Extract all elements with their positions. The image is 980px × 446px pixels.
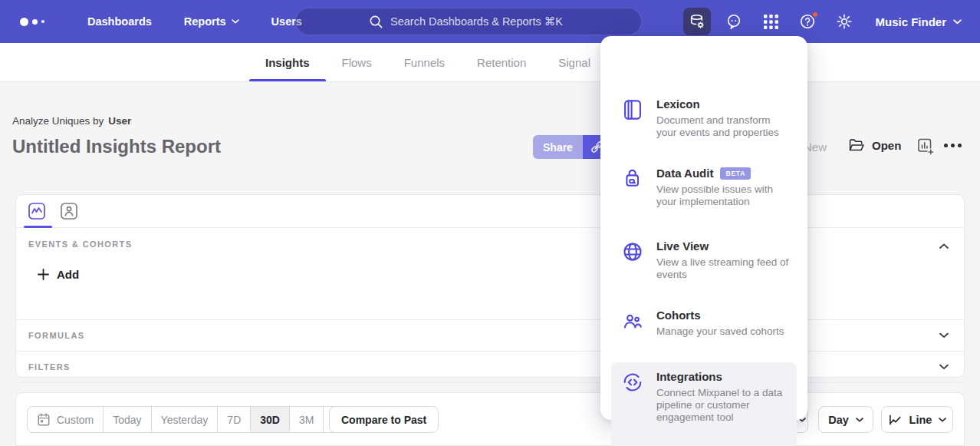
apps-grid-button[interactable] [757, 8, 784, 35]
menu-item-desc: Document and transform your events and p… [656, 114, 793, 139]
tab-signal-label: Signal [558, 56, 590, 69]
range-7d[interactable]: 7D [218, 407, 251, 432]
chevron-down-icon [939, 365, 949, 370]
feedback-button[interactable] [720, 8, 748, 35]
menu-item-title: Data AuditBETA [656, 167, 793, 180]
add-to-dashboard-button[interactable] [917, 137, 935, 156]
chevron-down-icon [953, 19, 962, 25]
nav-reports[interactable]: Reports [184, 15, 239, 28]
tab-signal[interactable]: Signal [542, 43, 607, 81]
menu-item-data-audit[interactable]: Data AuditBETA View possible issues with… [611, 159, 797, 216]
tab-flows-label: Flows [342, 56, 372, 69]
section-filters-label: FILTERS [28, 362, 71, 372]
search-icon [369, 15, 383, 29]
tab-insights[interactable]: Insights [249, 43, 326, 81]
share-split-button: Share [533, 135, 611, 159]
menu-item-desc: Manage your saved cohorts [656, 325, 793, 338]
section-filters[interactable]: FILTERS [16, 352, 964, 383]
range-3m[interactable]: 3M [290, 407, 324, 432]
tab-retention[interactable]: Retention [461, 43, 542, 81]
range-3m-label: 3M [299, 414, 314, 426]
global-search[interactable] [295, 8, 642, 35]
nav-reports-label: Reports [184, 15, 226, 28]
menu-item-title: Lexicon [656, 97, 793, 111]
menu-item-desc: View a live streaming feed of events [656, 256, 793, 281]
range-7d-label: 7D [227, 414, 241, 426]
chevron-down-icon [939, 333, 949, 339]
gear-icon [836, 13, 853, 30]
data-management-button[interactable] [683, 8, 711, 35]
range-yesterday[interactable]: Yesterday [152, 407, 219, 432]
help-button[interactable] [794, 8, 821, 35]
metrics-tab-icon[interactable] [28, 203, 45, 220]
folder-icon [848, 137, 865, 153]
menu-item-integrations[interactable]: Integrations Connect Mixpanel to a data … [611, 362, 797, 446]
interval-label: Day [828, 414, 849, 426]
search-input[interactable] [390, 15, 568, 28]
range-30d[interactable]: 30D [251, 407, 290, 432]
integrations-sync-icon [622, 372, 643, 393]
nav-dashboards[interactable]: Dashboards [87, 15, 152, 28]
share-button[interactable]: Share [533, 135, 583, 159]
report-tabbar: Insights Flows Funnels Retention Signal … [0, 43, 980, 82]
chevron-down-icon [939, 418, 946, 422]
collapse-section-button[interactable] [939, 243, 949, 249]
menu-item-cohorts[interactable]: Cohorts Manage your saved cohorts [611, 301, 797, 345]
users-tab-icon[interactable] [61, 203, 77, 220]
line-chart-icon [888, 413, 903, 426]
cohorts-people-icon [622, 310, 643, 332]
range-30d-label: 30D [260, 414, 280, 426]
chart-add-icon [917, 137, 935, 156]
chat-bubble-icon [725, 13, 742, 30]
tab-retention-label: Retention [477, 56, 526, 69]
beta-badge: BETA [720, 167, 751, 180]
compare-to-past-button[interactable]: Compare to Past [329, 406, 439, 433]
grid-icon [763, 14, 779, 30]
project-switcher[interactable]: Music Finder [875, 15, 962, 28]
page-title[interactable]: Untitled Insights Report [12, 136, 221, 157]
project-name: Music Finder [875, 15, 946, 28]
chart-toolbar-panel: Custom Today Yesterday 7D 30D 3M 6M 12M … [15, 392, 965, 446]
database-gear-icon [689, 13, 705, 30]
add-event-button[interactable]: Add [38, 268, 79, 281]
menu-item-title: Integrations [656, 370, 793, 383]
chart-type-selector[interactable]: Line [881, 406, 953, 433]
tab-insights-label: Insights [265, 56, 310, 69]
expand-section-button[interactable] [939, 333, 949, 339]
plus-icon [38, 269, 49, 280]
lexicon-icon [622, 99, 643, 121]
more-options-button[interactable] [944, 144, 962, 147]
menu-item-lexicon[interactable]: Lexicon Document and transform your even… [611, 90, 797, 147]
data-management-menu: Lexicon Document and transform your even… [600, 36, 807, 420]
range-custom[interactable]: Custom [28, 407, 104, 432]
mixpanel-logo[interactable] [20, 18, 55, 26]
globe-icon [622, 241, 643, 263]
menu-item-title: Cohorts [656, 309, 793, 322]
section-formulas[interactable]: FORMULAS [16, 320, 964, 352]
settings-button[interactable] [830, 8, 858, 35]
breadcrumb-value[interactable]: User [108, 115, 131, 127]
menu-item-desc: Connect Mixpanel to a data pipeline or c… [656, 387, 793, 424]
menu-item-title-text: Data Audit [656, 167, 713, 180]
expand-section-button[interactable] [939, 365, 949, 370]
tab-flows[interactable]: Flows [326, 43, 388, 81]
range-today[interactable]: Today [104, 407, 151, 432]
chart-type-label: Line [909, 414, 932, 426]
data-audit-lock-icon [622, 168, 643, 190]
notification-dot [811, 11, 819, 18]
open-label: Open [872, 139, 901, 152]
range-yesterday-label: Yesterday [161, 414, 209, 426]
chevron-down-icon [232, 19, 239, 24]
top-navigation: Dashboards Reports Users [0, 0, 980, 43]
menu-item-live-view[interactable]: Live View View a live streaming feed of … [611, 232, 797, 289]
tab-funnels[interactable]: Funnels [388, 43, 461, 81]
add-label: Add [57, 268, 79, 281]
open-report-button[interactable]: Open [848, 137, 901, 153]
section-events-cohorts: EVENTS & COHORTS Add [16, 228, 964, 320]
interval-selector[interactable]: Day [818, 406, 873, 433]
range-custom-label: Custom [57, 414, 94, 426]
breadcrumb-prefix: Analyze Uniques by [12, 115, 104, 127]
section-events-label: EVENTS & COHORTS [28, 240, 132, 249]
query-builder-panel: EVENTS & COHORTS Add FORMULAS FILTERS BR… [15, 194, 965, 378]
chevron-up-icon [939, 243, 949, 249]
